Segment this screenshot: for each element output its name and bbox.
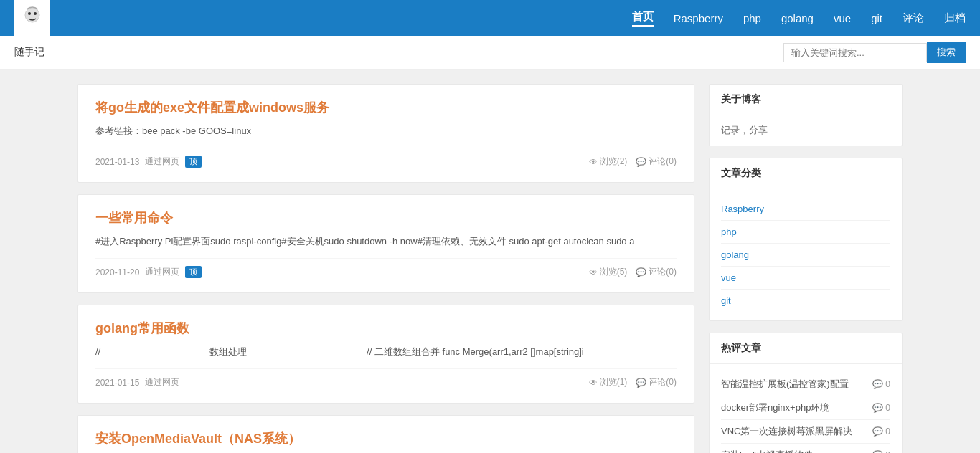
comment-icon: 💬 — [636, 157, 646, 167]
category-item-git[interactable]: git — [721, 290, 890, 312]
article-title[interactable]: golang常用函数 — [95, 320, 677, 337]
category-item-vue[interactable]: vue — [721, 267, 890, 290]
article-meta-right: 👁 浏览(5) 💬 评论(0) — [589, 266, 677, 278]
sidebar-hot: 热评文章 智能温控扩展板(温控管家)配置 💬 0 docker部署nginx+p… — [709, 333, 903, 453]
article-meta: 2021-01-15 通过网页 👁 浏览(1) 💬 评论(0) — [95, 368, 677, 388]
nav-item-vue[interactable]: vue — [834, 12, 851, 24]
nav-item-golang[interactable]: golang — [781, 12, 814, 24]
article-date: 2021-01-15 — [95, 378, 139, 388]
nav-item-git[interactable]: git — [871, 12, 882, 24]
article-meta: 2021-01-13 通过网页 顶 👁 浏览(2) 💬 评论(0) — [95, 148, 677, 168]
sidebar-about-title: 关于博客 — [710, 85, 902, 115]
article-tag: 顶 — [185, 156, 202, 168]
sidebar-about-desc: 记录，分享 — [721, 125, 768, 135]
article-meta-left: 2020-11-20 通过网页 顶 — [95, 266, 202, 278]
article-comments: 💬 评论(0) — [636, 376, 677, 388]
sidebar-about-body: 记录，分享 — [710, 115, 902, 146]
comment-icon: 💬 — [872, 450, 883, 453]
article-source: 通过网页 — [145, 376, 179, 388]
comment-icon: 💬 — [872, 426, 883, 437]
article-comments: 💬 评论(0) — [636, 266, 677, 278]
article-date: 2021-01-13 — [95, 157, 139, 167]
article-card: golang常用函数 //====================数组处理===… — [77, 305, 694, 404]
sub-header: 随手记 搜索 — [0, 36, 980, 70]
article-card: 安装OpenMediaVault（NAS系统） — [77, 415, 694, 453]
nav-item-archive[interactable]: 归档 — [944, 11, 966, 25]
content-area: 将go生成的exe文件配置成windows服务 参考链接：bee pack -b… — [77, 84, 694, 453]
hot-article-item[interactable]: 智能温控扩展板(温控管家)配置 💬 0 — [721, 373, 890, 396]
article-views: 👁 浏览(5) — [589, 266, 628, 278]
article-card: 将go生成的exe文件配置成windows服务 参考链接：bee pack -b… — [77, 84, 694, 183]
comment-icon: 💬 — [636, 267, 646, 277]
article-date: 2020-11-20 — [95, 267, 139, 277]
hot-article-item[interactable]: docker部署nginx+php环境 💬 0 — [721, 396, 890, 420]
sidebar-hot-title: 热评文章 — [710, 333, 902, 364]
nav-item-php[interactable]: php — [743, 12, 761, 24]
comment-icon: 💬 — [872, 403, 883, 413]
article-meta-left: 2021-01-15 通过网页 — [95, 376, 179, 388]
article-views: 👁 浏览(2) — [589, 156, 628, 168]
sidebar: 关于博客 记录，分享 文章分类 Raspberry php golang vue… — [709, 84, 903, 453]
hot-article-link[interactable]: docker部署nginx+php环境 — [721, 401, 867, 414]
comment-icon: 💬 — [636, 378, 646, 388]
eye-icon: 👁 — [589, 378, 598, 388]
hot-article-comment: 💬 0 — [872, 450, 890, 453]
article-meta-right: 👁 浏览(2) 💬 评论(0) — [589, 156, 677, 168]
article-title[interactable]: 一些常用命令 — [95, 209, 677, 226]
nav-item-comments[interactable]: 评论 — [903, 11, 924, 25]
sidebar-categories-body: Raspberry php golang vue git — [710, 189, 902, 320]
hot-article-comment: 💬 0 — [872, 379, 890, 389]
search-input[interactable] — [783, 43, 927, 62]
hot-article-comment: 💬 0 — [872, 426, 890, 437]
nav-item-raspberry[interactable]: Raspberry — [674, 12, 723, 24]
eye-icon: 👁 — [589, 267, 598, 277]
svg-point-2 — [34, 12, 37, 15]
article-excerpt: //====================数组处理==============… — [95, 344, 677, 360]
eye-icon: 👁 — [589, 157, 598, 167]
article-title[interactable]: 将go生成的exe文件配置成windows服务 — [95, 99, 677, 116]
sidebar-hot-body: 智能温控扩展板(温控管家)配置 💬 0 docker部署nginx+php环境 … — [710, 364, 902, 453]
article-title[interactable]: 安装OpenMediaVault（NAS系统） — [95, 430, 677, 447]
site-subtitle: 随手记 — [14, 46, 44, 59]
article-tag: 顶 — [185, 266, 202, 278]
category-item-raspberry[interactable]: Raspberry — [721, 198, 890, 221]
hot-article-list: 智能温控扩展板(温控管家)配置 💬 0 docker部署nginx+php环境 … — [721, 373, 890, 453]
search-button[interactable]: 搜索 — [927, 42, 966, 63]
category-item-golang[interactable]: golang — [721, 244, 890, 267]
category-item-php[interactable]: php — [721, 221, 890, 244]
sidebar-categories-title: 文章分类 — [710, 158, 902, 189]
article-views: 👁 浏览(1) — [589, 376, 628, 388]
hot-article-link[interactable]: 智能温控扩展板(温控管家)配置 — [721, 378, 867, 391]
hot-article-link[interactable]: VNC第一次连接树莓派黑屏解决 — [721, 425, 867, 438]
article-excerpt: #进入Raspberry Pi配置界面sudo raspi-config#安全关… — [95, 234, 677, 249]
article-card: 一些常用命令 #进入Raspberry Pi配置界面sudo raspi-con… — [77, 194, 694, 293]
header: 首页 Raspberry php golang vue git 评论 归档 — [0, 0, 980, 36]
article-meta-left: 2021-01-13 通过网页 顶 — [95, 156, 202, 168]
site-logo[interactable] — [14, 0, 50, 36]
hot-article-link[interactable]: 安装kodi电视直播软件 — [721, 449, 867, 453]
nav-item-home[interactable]: 首页 — [632, 10, 654, 27]
svg-point-1 — [28, 12, 31, 15]
sidebar-about: 关于博客 记录，分享 — [709, 84, 903, 146]
hot-article-comment: 💬 0 — [872, 403, 890, 413]
hot-article-item[interactable]: VNC第一次连接树莓派黑屏解决 💬 0 — [721, 420, 890, 444]
article-excerpt: 参考链接：bee pack -be GOOS=linux — [95, 123, 677, 139]
article-source: 通过网页 — [145, 156, 179, 168]
article-comments: 💬 评论(0) — [636, 156, 677, 168]
sidebar-categories: 文章分类 Raspberry php golang vue git — [709, 158, 903, 321]
search-area: 搜索 — [783, 42, 966, 63]
main-container: 将go生成的exe文件配置成windows服务 参考链接：bee pack -b… — [67, 70, 913, 453]
category-list: Raspberry php golang vue git — [721, 198, 890, 312]
main-nav: 首页 Raspberry php golang vue git 评论 归档 — [632, 10, 966, 27]
article-meta-right: 👁 浏览(1) 💬 评论(0) — [589, 376, 677, 388]
article-source: 通过网页 — [145, 266, 179, 278]
hot-article-item[interactable]: 安装kodi电视直播软件 💬 0 — [721, 444, 890, 453]
article-meta: 2020-11-20 通过网页 顶 👁 浏览(5) 💬 评论(0) — [95, 258, 677, 278]
comment-icon: 💬 — [872, 379, 883, 389]
